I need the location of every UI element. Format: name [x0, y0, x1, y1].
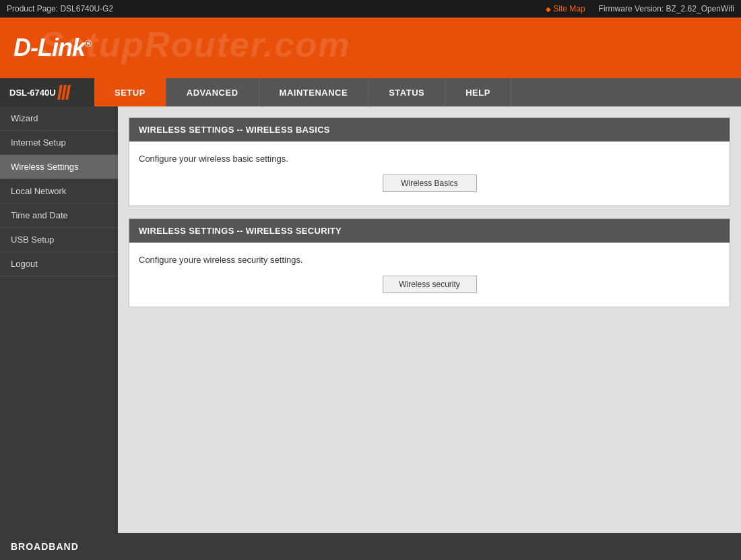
main-layout: Wizard Internet Setup Wireless Settings … [0, 106, 741, 533]
tab-advanced[interactable]: ADVANCED [166, 78, 259, 106]
top-bar-right: Site Map Firmware Version: BZ_2.62_OpenW… [546, 4, 734, 13]
wireless-security-section: WIRELESS SETTINGS -- WIRELESS SECURITY C… [129, 218, 730, 307]
sidebar-item-time-and-date[interactable]: Time and Date [0, 204, 118, 228]
sidebar-item-wizard[interactable]: Wizard [0, 106, 118, 131]
nav-tabs: DSL-6740U SETUP ADVANCED MAINTENANCE STA… [0, 78, 741, 106]
wireless-basics-section: WIRELESS SETTINGS -- WIRELESS BASICS Con… [129, 117, 730, 206]
tab-help[interactable]: HELP [445, 78, 511, 106]
top-bar: Product Page: DSL6740U-G2 Site Map Firmw… [0, 0, 741, 18]
product-page-label: Product Page: DSL6740U-G2 [7, 4, 113, 13]
sidebar-item-internet-setup[interactable]: Internet Setup [0, 131, 118, 155]
firmware-version-label: Firmware Version: BZ_2.62_OpenWifi [599, 4, 734, 13]
header-logo-area: SetupRouter.com D-Link® [0, 18, 741, 78]
footer: BROADBAND [0, 533, 741, 560]
tab-status[interactable]: STATUS [368, 78, 445, 106]
model-badge: DSL-6740U [0, 78, 94, 106]
sidebar-item-wireless-settings[interactable]: Wireless Settings [0, 155, 118, 179]
watermark-text: SetupRouter.com [40, 24, 351, 65]
wireless-basics-button[interactable]: Wireless Basics [383, 175, 477, 192]
model-label: DSL-6740U [9, 88, 56, 98]
wireless-security-body: Configure youre wireless security settin… [129, 243, 730, 307]
wireless-basics-header: WIRELESS SETTINGS -- WIRELESS BASICS [129, 118, 730, 142]
model-stripes [59, 85, 69, 100]
wireless-basics-description: Configure your wireless basic settings. [139, 154, 720, 164]
tab-setup[interactable]: SETUP [94, 78, 166, 106]
wireless-basics-body: Configure your wireless basic settings. … [129, 142, 730, 206]
sidebar-item-usb-setup[interactable]: USB Setup [0, 228, 118, 252]
wireless-security-header: WIRELESS SETTINGS -- WIRELESS SECURITY [129, 219, 730, 243]
sitemap-link[interactable]: Site Map [546, 4, 585, 13]
wireless-security-button[interactable]: Wireless security [383, 276, 477, 293]
sidebar: Wizard Internet Setup Wireless Settings … [0, 106, 118, 533]
content-area: WIRELESS SETTINGS -- WIRELESS BASICS Con… [118, 106, 741, 533]
sidebar-item-local-network[interactable]: Local Network [0, 179, 118, 204]
tab-maintenance[interactable]: MAINTENANCE [259, 78, 369, 106]
footer-label: BROADBAND [11, 541, 79, 552]
sidebar-item-logout[interactable]: Logout [0, 252, 118, 276]
wireless-security-description: Configure youre wireless security settin… [139, 255, 720, 265]
